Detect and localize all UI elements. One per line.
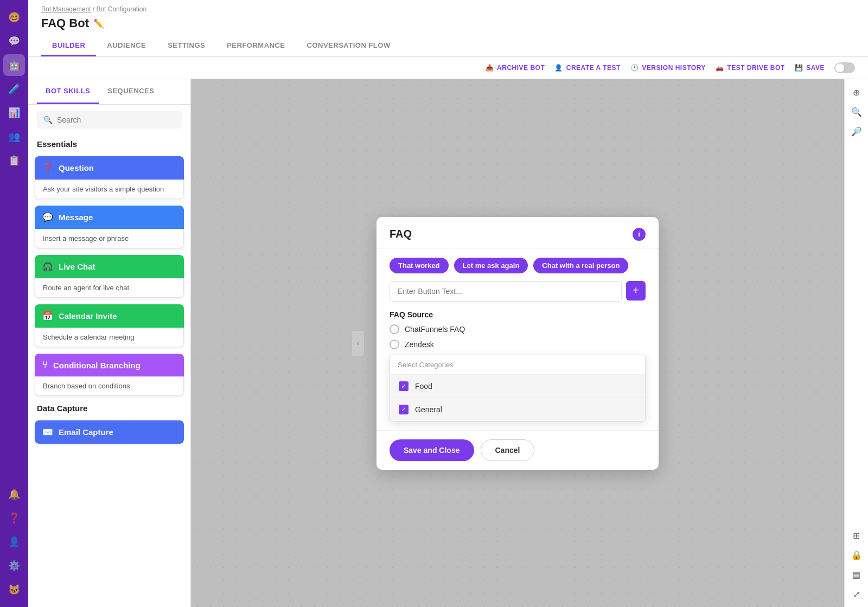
chip-that-worked[interactable]: That worked xyxy=(390,258,449,273)
skill-card-calendar-header: 📅 Calendar Invite xyxy=(35,304,184,328)
edit-icon[interactable]: ✏️ xyxy=(93,18,104,29)
users-icon[interactable]: 👥 xyxy=(3,126,25,148)
skill-card-question-header: ❓ Question xyxy=(35,156,184,180)
person-icon[interactable]: 👤 xyxy=(3,531,25,553)
content-area: BOT SKILLS SEQUENCES 🔍 Essentials ❓ Ques… xyxy=(28,79,868,607)
faq-source-label: FAQ Source xyxy=(390,310,646,319)
live-chat-label: Live Chat xyxy=(59,262,95,271)
modal-body: That worked Let me ask again Chat with a… xyxy=(376,249,659,430)
tab-conversation-flow[interactable]: CONVERSATION FLOW xyxy=(296,36,401,56)
skill-card-live-chat-header: 🎧 Live Chat xyxy=(35,255,184,278)
skill-card-question[interactable]: ❓ Question Ask your site visitors a simp… xyxy=(35,156,184,199)
search-input[interactable] xyxy=(57,116,175,124)
bell-icon[interactable]: 🔔 xyxy=(3,483,25,505)
radio-chatfunnels-circle[interactable] xyxy=(390,324,399,334)
skill-card-message[interactable]: 💬 Message Insert a message or phrase xyxy=(35,206,184,248)
question-description: Ask your site visitors a simple question xyxy=(35,180,184,199)
canvas-area: ‹ FAQ i That worked Let me ask aga xyxy=(191,79,844,607)
dropdown-item-general[interactable]: ✓ General xyxy=(390,398,645,421)
left-panel: BOT SKILLS SEQUENCES 🔍 Essentials ❓ Ques… xyxy=(28,79,191,607)
live-chat-icon: 🎧 xyxy=(42,261,53,272)
action-bar: 📥 ARCHIVE BOT 👤 CREATE A TEST 🕐 VERSION … xyxy=(28,57,868,79)
food-checkbox[interactable]: ✓ xyxy=(399,381,409,391)
dropdown-item-food[interactable]: ✓ Food xyxy=(390,375,645,398)
expand-icon[interactable]: ⤢ xyxy=(848,585,865,603)
logo-icon[interactable]: 😊 xyxy=(3,7,25,28)
radio-zendesk: Zendesk xyxy=(390,340,646,349)
radio-zendesk-label: Zendesk xyxy=(405,340,434,349)
search-input-wrap: 🔍 xyxy=(37,111,182,129)
chip-chat-real-person[interactable]: Chat with a real person xyxy=(533,258,628,273)
version-history-button[interactable]: 🕐 VERSION HISTORY xyxy=(630,64,706,72)
tab-bot-skills[interactable]: BOT SKILLS xyxy=(37,79,99,104)
tab-audience[interactable]: AUDIENCE xyxy=(96,36,157,56)
general-label: General xyxy=(415,405,442,414)
chart-icon[interactable]: 📊 xyxy=(3,102,25,124)
question-icon: ❓ xyxy=(42,163,53,173)
zoom-in-icon[interactable]: 🔍 xyxy=(848,103,865,120)
help-icon[interactable]: ❓ xyxy=(3,507,25,529)
modal-title: FAQ xyxy=(390,228,412,240)
settings-icon[interactable]: ⚙️ xyxy=(3,555,25,577)
faq-modal: FAQ i That worked Let me ask again Chat … xyxy=(376,217,659,470)
bot-icon[interactable]: 🤖 xyxy=(3,54,25,76)
lock-icon[interactable]: 🔒 xyxy=(848,546,865,564)
test-drive-bot-button[interactable]: 🚗 TEST DRIVE BOT xyxy=(716,64,785,72)
message-label: Message xyxy=(59,213,93,222)
flask-icon[interactable]: 🧪 xyxy=(3,78,25,100)
grid-icon[interactable]: ⊞ xyxy=(848,527,865,544)
modal-info-icon[interactable]: i xyxy=(633,228,646,241)
message-icon: 💬 xyxy=(42,212,53,222)
add-button-row: + xyxy=(390,281,646,302)
tab-builder[interactable]: BUILDER xyxy=(41,36,96,56)
email-capture-label: Email Capture xyxy=(59,427,113,437)
main-wrapper: Bot Management / Bot Configuration FAQ B… xyxy=(28,0,868,607)
categories-dropdown: Select Categories ✓ Food ✓ General xyxy=(390,355,646,421)
tab-performance[interactable]: PERFORMANCE xyxy=(216,36,296,56)
chip-let-me-ask-again[interactable]: Let me ask again xyxy=(454,258,528,273)
right-toolbar: ⊕ 🔍 🔎 ⊞ 🔒 ▤ ⤢ xyxy=(844,79,868,607)
live-chat-description: Route an agent for live chat xyxy=(35,278,184,298)
general-checkbox[interactable]: ✓ xyxy=(399,405,409,414)
breadcrumb: Bot Management / Bot Configuration xyxy=(41,5,855,13)
sidebar: 😊 💬 🤖 🧪 📊 👥 📋 🔔 ❓ 👤 ⚙️ 🐱 xyxy=(0,0,28,607)
table-icon[interactable]: 📋 xyxy=(3,150,25,171)
branching-description: Branch based on conditions xyxy=(35,376,184,396)
skill-card-live-chat[interactable]: 🎧 Live Chat Route an agent for live chat xyxy=(35,255,184,298)
breadcrumb-link[interactable]: Bot Management xyxy=(41,5,91,13)
radio-zendesk-circle[interactable] xyxy=(390,340,399,349)
create-test-icon: 👤 xyxy=(554,64,563,72)
message-description: Insert a message or phrase xyxy=(35,229,184,248)
page-title: FAQ Bot xyxy=(41,16,89,30)
toggle-switch[interactable] xyxy=(834,62,855,73)
tab-sequences[interactable]: SEQUENCES xyxy=(99,79,163,104)
terminal-icon[interactable]: ▤ xyxy=(848,566,865,583)
cancel-button[interactable]: Cancel xyxy=(481,439,535,461)
search-box: 🔍 xyxy=(28,105,190,135)
skill-card-message-header: 💬 Message xyxy=(35,206,184,229)
breadcrumb-current: Bot Configuration xyxy=(96,5,146,13)
skill-card-email-capture[interactable]: ✉️ Email Capture xyxy=(35,420,184,444)
radio-chatfunnels-label: ChatFunnels FAQ xyxy=(405,325,465,334)
zoom-out-icon[interactable]: 🔎 xyxy=(848,123,865,140)
add-button-plus[interactable]: + xyxy=(626,281,646,301)
save-and-close-button[interactable]: Save and Close xyxy=(390,439,474,461)
modal-footer: Save and Close Cancel xyxy=(376,430,659,470)
avatar-icon[interactable]: 🐱 xyxy=(3,579,25,600)
save-icon: 💾 xyxy=(795,64,803,72)
archive-icon: 📥 xyxy=(486,64,494,72)
chat-icon[interactable]: 💬 xyxy=(3,30,25,52)
create-test-button[interactable]: 👤 CREATE A TEST xyxy=(554,64,621,72)
data-capture-label: Data Capture xyxy=(28,399,190,417)
tab-settings[interactable]: SETTINGS xyxy=(157,36,216,56)
email-icon: ✉️ xyxy=(42,427,53,437)
skill-card-calendar-invite[interactable]: 📅 Calendar Invite Schedule a calendar me… xyxy=(35,304,184,347)
target-icon[interactable]: ⊕ xyxy=(848,84,865,101)
archive-bot-button[interactable]: 📥 ARCHIVE BOT xyxy=(486,64,545,72)
button-text-input[interactable] xyxy=(390,281,622,302)
branching-icon: ⑂ xyxy=(42,360,48,370)
save-button[interactable]: 💾 SAVE xyxy=(795,64,825,72)
calendar-description: Schedule a calendar meeting xyxy=(35,328,184,347)
skill-card-conditional-branching[interactable]: ⑂ Conditional Branching Branch based on … xyxy=(35,354,184,396)
test-drive-icon: 🚗 xyxy=(716,64,724,72)
